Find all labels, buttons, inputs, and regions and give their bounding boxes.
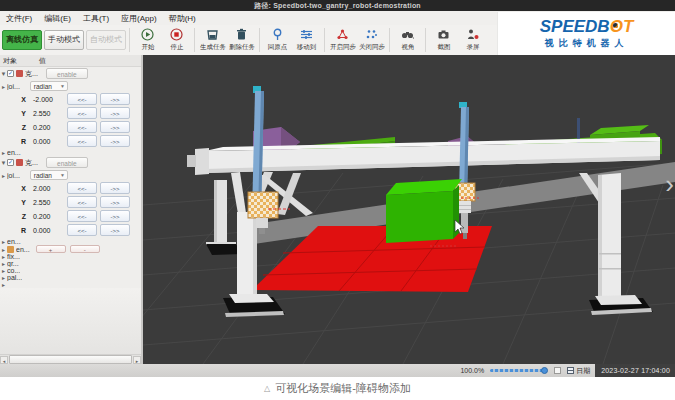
green-obstacle-box [386, 179, 462, 243]
offline-simulation-button[interactable]: 离线仿真 [2, 30, 42, 50]
axis-value: 0.000 [26, 138, 67, 145]
tree-node-empty[interactable]: ▸ [0, 281, 141, 288]
timestamp: 2023-02-27 17:04:00 [595, 364, 675, 377]
tree-node-pallet[interactable]: ▸ pal... [0, 274, 141, 281]
expand-arrow-icon[interactable]: ▼ [0, 71, 7, 77]
tree-node-gripper[interactable]: ▸ gr... [0, 260, 141, 267]
manual-mode-button[interactable]: 手动模式 [44, 30, 84, 50]
collapse-arrow-icon[interactable]: ▸ [0, 253, 7, 260]
delete-task-label: 删除任务 [229, 42, 255, 51]
mini-toggle-box[interactable] [554, 367, 561, 374]
collapse-arrow-icon[interactable]: ▸ [0, 238, 7, 245]
remove-button[interactable]: - [70, 245, 100, 253]
screenshot-button[interactable]: 截图 [429, 28, 458, 52]
sync-off-button[interactable]: 关闭同步 [357, 28, 386, 52]
decrement-button[interactable]: <<- [67, 107, 97, 119]
menu-app[interactable]: 应用(App) [115, 13, 163, 24]
tree-node-robot-1[interactable]: ▼ ✓ 克... enable [0, 67, 141, 80]
decrement-button[interactable]: <<- [67, 135, 97, 147]
enable-button[interactable]: enable [46, 68, 88, 79]
increment-button[interactable]: ->> [100, 121, 130, 133]
increment-button[interactable]: ->> [100, 93, 130, 105]
collapse-arrow-icon[interactable]: ▸ [0, 246, 7, 253]
tree-node-env[interactable]: ▸ en... + - [0, 245, 141, 253]
unit-dropdown[interactable]: radian▼ [30, 170, 68, 180]
increment-button[interactable]: ->> [100, 224, 130, 236]
tree-node-fixture[interactable]: ▸ fix... [0, 253, 141, 260]
increment-button[interactable]: ->> [100, 182, 130, 194]
scrollbar-thumb[interactable] [9, 355, 132, 364]
collapse-arrow-icon[interactable]: ▸ [0, 260, 7, 267]
generate-task-button[interactable]: 生成任务 [198, 28, 227, 52]
axis-value: 0.200 [26, 213, 67, 220]
tree-node-label: pal... [7, 274, 22, 281]
move-to-button[interactable]: 移动到 [292, 28, 321, 52]
menu-tools[interactable]: 工具(T) [77, 13, 115, 24]
tree-node-label: en... [16, 246, 30, 253]
start-label: 开始 [141, 42, 154, 51]
collapse-arrow-icon[interactable]: ▸ [0, 267, 7, 274]
increment-button[interactable]: ->> [100, 196, 130, 208]
axis-row-y2: Y 2.550 <<- ->> [0, 195, 141, 209]
toolbar-separator [259, 28, 260, 52]
tree-node-joint-2[interactable]: ▸ joi... radian▼ [0, 169, 141, 181]
menu-help[interactable]: 帮助(H) [163, 13, 202, 24]
checkbox-checked-icon[interactable]: ✓ [7, 70, 14, 77]
scroll-left-icon[interactable]: ◂ [0, 356, 8, 364]
sync-on-button[interactable]: 开启同步 [328, 28, 357, 52]
camera-icon [437, 28, 450, 41]
collapse-arrow-icon[interactable]: ▸ [0, 149, 7, 156]
tree-node-label: co... [7, 267, 20, 274]
view-angle-button[interactable]: 视角 [393, 28, 422, 52]
scroll-right-icon[interactable]: ▸ [133, 356, 141, 364]
increment-button[interactable]: ->> [100, 210, 130, 222]
tree-node-child[interactable]: ▸ en... [0, 237, 141, 245]
tree-node-child[interactable]: ▸ en... [0, 148, 141, 156]
collapse-arrow-icon[interactable]: ▸ [0, 83, 7, 90]
origin-button[interactable]: 回原点 [263, 28, 292, 52]
unit-value: radian [34, 171, 52, 179]
checkbox-checked-icon[interactable]: ✓ [7, 159, 14, 166]
horizontal-scrollbar[interactable]: ◂ ▸ [0, 354, 141, 364]
auto-mode-button[interactable]: 自动模式 [86, 30, 126, 50]
stop-button[interactable]: 停止 [162, 28, 191, 52]
tree-node-robot-2[interactable]: ▼ ✓ 克... enable [0, 156, 141, 169]
record-icon [466, 28, 479, 41]
brand-subtitle: 视比特机器人 [545, 37, 629, 50]
decrement-button[interactable]: <<- [67, 121, 97, 133]
increment-button[interactable]: ->> [100, 107, 130, 119]
joint-label: joi... [7, 172, 20, 179]
app-window: 路径: Speedbot-two_gantry_robot-demostrati… [0, 0, 675, 400]
enable-button[interactable]: enable [46, 157, 88, 168]
start-button[interactable]: 开始 [133, 28, 162, 52]
decrement-button[interactable]: <<- [67, 224, 97, 236]
decrement-button[interactable]: <<- [67, 93, 97, 105]
collapse-arrow-icon[interactable]: ▸ [0, 274, 7, 281]
increment-button[interactable]: ->> [100, 135, 130, 147]
menu-file[interactable]: 文件(F) [0, 13, 38, 24]
decrement-button[interactable]: <<- [67, 196, 97, 208]
record-button[interactable]: 录屏 [458, 28, 487, 52]
expand-panel-chevron-icon[interactable]: › [665, 171, 674, 197]
tree-header: 对象 值 [0, 55, 141, 67]
expand-arrow-icon[interactable]: ▼ [0, 160, 7, 166]
slider-handle[interactable] [541, 367, 548, 374]
decrement-button[interactable]: <<- [67, 210, 97, 222]
stop-icon [170, 28, 183, 41]
collapse-arrow-icon[interactable]: ▸ [0, 281, 7, 288]
3d-viewport[interactable]: › [143, 55, 675, 364]
decrement-button[interactable]: <<- [67, 182, 97, 194]
zoom-slider[interactable] [490, 369, 546, 372]
viewport-3d-scene [143, 55, 675, 364]
delete-task-button[interactable]: 删除任务 [227, 28, 256, 52]
collapse-arrow-icon[interactable]: ▸ [0, 172, 7, 179]
add-button[interactable]: + [36, 245, 66, 253]
move-sliders-icon [300, 28, 313, 41]
object-tree-panel: 对象 值 ▼ ✓ 克... enable ▸ joi... radian▼ X … [0, 55, 143, 364]
brand-logo: SPEEDBOT 视比特机器人 [497, 12, 675, 55]
tree-node-collision[interactable]: ▸ co... [0, 267, 141, 274]
tree-node-joint-1[interactable]: ▸ joi... radian▼ [0, 80, 141, 92]
unit-dropdown[interactable]: radian▼ [30, 81, 68, 91]
caption-marker: △ [264, 384, 270, 393]
menu-edit[interactable]: 编辑(E) [38, 13, 77, 24]
